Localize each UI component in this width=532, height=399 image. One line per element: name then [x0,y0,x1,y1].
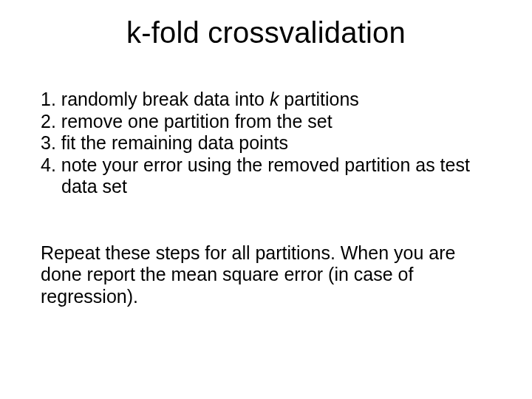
footer-paragraph: Repeat these steps for all partitions. W… [41,242,491,308]
list-item: 4. note your error using the removed par… [41,154,491,198]
step-text: randomly break data into [61,89,270,109]
step-text: fit the remaining data points [61,132,288,153]
list-item: 3. fit the remaining data points [41,132,491,154]
slide-body: 1. randomly break data into k partitions… [41,89,491,307]
step-italic-k: k [270,89,279,109]
step-number: 1. [41,89,56,109]
step-text-b: partitions [279,89,358,109]
step-text: remove one partition from the set [61,111,332,132]
step-number: 3. [41,132,56,153]
step-number: 2. [41,111,56,132]
list-item: 1. randomly break data into k partitions [41,89,491,111]
slide-title: k-fold crossvalidation [0,16,532,50]
step-number: 4. [41,154,56,175]
step-text: note your error using the removed partit… [61,154,470,197]
slide: k-fold crossvalidation 1. randomly break… [0,0,532,399]
list-item: 2. remove one partition from the set [41,111,491,133]
step-list: 1. randomly break data into k partitions… [41,89,491,198]
